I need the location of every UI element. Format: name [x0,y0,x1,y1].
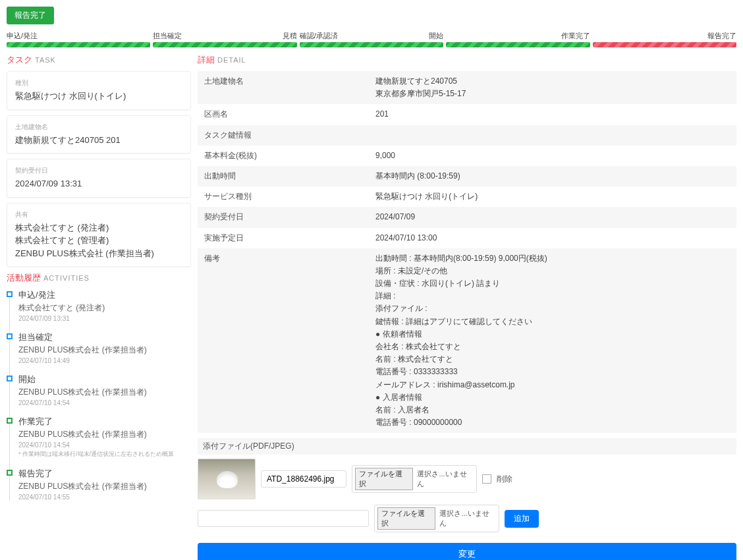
attachment-filename-input[interactable] [261,470,346,488]
add-button[interactable]: 追加 [505,510,539,528]
task-card-0: 種別緊急駆けつけ 水回り(トイレ) [7,71,191,110]
detail-section-title: 詳細DETAIL [198,54,736,66]
delete-label: 削除 [497,474,512,485]
attachment-row-1: ファイルを選択 選択さ...いません 削除 [198,459,736,499]
activity-item-0: 申込/発注株式会社てすと (発注者)2024/07/09 13:31 [18,289,191,322]
detail-row-4: 出動時間基本時間内 (8:00-19:59) [198,166,736,186]
task-card-3: 共有株式会社てすと (発注者) 株式会社てすと (管理者) ZENBU PLUS… [7,203,191,267]
activity-item-1: 担当確定ZENBU PLUS株式会社 (作業担当者)2024/07/10 14:… [18,331,191,364]
activity-item-2: 開始ZENBU PLUS株式会社 (作業担当者)2024/07/10 14:54 [18,374,191,406]
progress-segment-3: 作業完了 [446,31,590,47]
attachment-filename-input-new[interactable] [198,510,369,527]
attachment-row-new: ファイルを選択 選択さ...いません 追加 [198,505,736,532]
submit-button[interactable]: 変更 [198,543,736,560]
file-choose-button[interactable]: ファイルを選択 [355,468,413,490]
attachment-thumbnail[interactable] [198,459,256,499]
delete-checkbox-1[interactable] [482,474,491,484]
task-card-1: 土地建物名建物新規てすと240705 201 [7,115,191,154]
attach-header: 添付ファイル(PDF/JPEG) [198,438,736,455]
detail-row-5: サービス種別緊急駆けつけ 水回り(トイレ) [198,186,736,207]
file-chooser-1[interactable]: ファイルを選択 選択さ...いません [352,465,477,493]
detail-row-3: 基本料金(税抜)9,000 [198,146,736,166]
file-none-text: 選択さ...いません [439,509,496,528]
file-none-text: 選択さ...いません [417,469,474,489]
file-chooser-new[interactable]: ファイルを選択 選択さ...いません [374,505,499,532]
progress-segment-2: 確認/承認済開始 [300,31,443,47]
detail-row-1: 区画名201 [198,104,736,125]
detail-row-2: タスク鍵情報 [198,125,736,146]
progress-segment-4: 報告完了 [593,31,736,47]
task-section-title: タスクTASK [7,54,191,66]
activities-section-title: 活動履歴ACTIVITIES [7,272,191,284]
detail-row-6: 契約受付日2024/07/09 [198,207,736,227]
detail-row-7: 実施予定日2024/07/10 13:00 [198,228,736,248]
progress-steps: 申込/発注担当確定見積確認/承認済開始作業完了報告完了 [7,31,736,47]
detail-table: 土地建物名建物新規てすと240705 東京都多摩市関戸5-15-17区画名201… [198,71,736,433]
activity-item-3: 作業完了ZENBU PLUS株式会社 (作業担当者)2024/07/10 14:… [18,416,191,459]
detail-row-8: 備考出動時間 : 基本時間内(8:00-19:59) 9,000円(税抜) 場所… [198,248,736,434]
task-card-2: 契約受付日2024/07/09 13:31 [7,159,191,198]
detail-row-0: 土地建物名建物新規てすと240705 東京都多摩市関戸5-15-17 [198,71,736,104]
status-badge: 報告完了 [7,7,54,24]
progress-segment-0: 申込/発注 [7,31,150,47]
activity-item-4: 報告完了ZENBU PLUS株式会社 (作業担当者)2024/07/10 14:… [18,468,191,501]
progress-segment-1: 担当確定見積 [153,31,296,47]
file-choose-button[interactable]: ファイルを選択 [377,507,435,530]
